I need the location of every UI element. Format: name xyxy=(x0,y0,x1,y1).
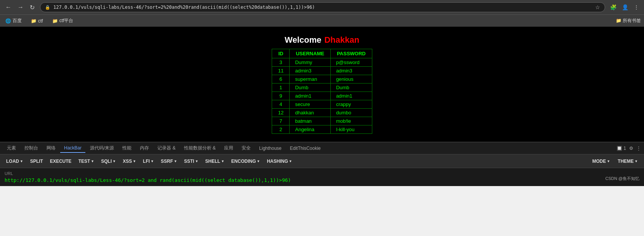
url-value[interactable]: http://127.0.0.1/vuls/sqli-labs/Less-46/… xyxy=(5,177,639,183)
hackbar-load-button[interactable]: LOAD ▼ xyxy=(3,157,26,165)
welcome-name: Dhakkan xyxy=(324,35,359,45)
cell-password: p@ssword xyxy=(330,58,372,66)
page-content: Welcome Dhakkan ID USERNAME PASSWORD 3Du… xyxy=(0,27,644,142)
bookmark-ctf[interactable]: 📁 ctf xyxy=(29,18,45,24)
cell-username: Angelina xyxy=(290,125,330,133)
results-table: ID USERNAME PASSWORD 3Dummyp@ssword11adm… xyxy=(272,49,372,134)
devtools-more-button[interactable]: ⋮ xyxy=(636,146,641,151)
star-icon[interactable]: ☆ xyxy=(595,4,600,10)
hackbar-hashing-button[interactable]: HASHING ▼ xyxy=(264,157,295,165)
table-row: 11admin3admin3 xyxy=(272,66,372,75)
browser-chrome: ← → ↻ 🔒 127.0.0.1/vuls/sqli-labs/Less-46… xyxy=(0,0,644,14)
menu-button[interactable]: ⋮ xyxy=(632,3,641,12)
hackbar-right-buttons: MODE ▼ THEME ▼ xyxy=(589,157,641,165)
cell-id: 2 xyxy=(272,125,290,133)
header-id: ID xyxy=(272,49,290,58)
cell-username: Dumb xyxy=(290,83,330,92)
hackbar-mode-button[interactable]: MODE ▼ xyxy=(589,157,613,165)
cell-password: admin1 xyxy=(330,92,372,100)
refresh-button[interactable]: ↻ xyxy=(27,2,37,13)
devtools-tab-lighthouse[interactable]: Lighthouse xyxy=(255,144,285,153)
devtools-tab-network[interactable]: 网络 xyxy=(43,143,59,153)
hackbar-ssrf-button[interactable]: SSRF ▼ xyxy=(158,157,180,165)
header-password: PASSWORD xyxy=(330,49,372,58)
hackbar-theme-button[interactable]: THEME ▼ xyxy=(615,157,641,165)
hackbar-shell-button[interactable]: SHELL ▼ xyxy=(202,157,227,165)
devtools-tab-application[interactable]: 应用 xyxy=(220,143,237,153)
table-row: 6supermangenious xyxy=(272,75,372,83)
table-row: 4securecrappy xyxy=(272,100,372,108)
csdn-label: CSDN @鱼不知忆 xyxy=(606,176,639,181)
cell-password: admin3 xyxy=(330,66,372,75)
welcome-label: Welcome xyxy=(285,35,321,45)
devtools-bar: 元素 控制台 网络 HackBar 源代码/来源 性能 内存 记录器 & 性能数… xyxy=(0,142,644,154)
hackbar-test-button[interactable]: TEST ▼ xyxy=(75,157,98,165)
cell-username: superman xyxy=(290,75,330,83)
cell-id: 7 xyxy=(272,117,290,125)
url-label: URL xyxy=(5,171,639,176)
devtools-tab-elements[interactable]: 元素 xyxy=(3,143,20,153)
cell-username: dhakkan xyxy=(290,108,330,117)
address-bar[interactable]: 🔒 127.0.0.1/vuls/sqli-labs/Less-46/?sort… xyxy=(40,2,605,12)
hackbar-split-button[interactable]: SPLIT xyxy=(27,157,46,165)
hackbar-toolbar: LOAD ▼ SPLIT EXECUTE TEST ▼ SQLI ▼ XSS ▼… xyxy=(0,154,644,168)
profile-button[interactable]: 👤 xyxy=(620,3,630,12)
extensions-button[interactable]: 🧩 xyxy=(608,3,618,12)
cell-id: 3 xyxy=(272,58,290,66)
nav-buttons: ← → ↻ xyxy=(3,2,37,13)
hackbar-execute-button[interactable]: EXECUTE xyxy=(47,157,75,165)
bookmark-ctf-platform[interactable]: 📁 ctf平台 xyxy=(50,17,76,25)
devtools-tab-performance[interactable]: 性能 xyxy=(119,143,135,153)
cell-id: 12 xyxy=(272,108,290,117)
table-row: 2AngelinaI-kill-you xyxy=(272,125,372,133)
lock-icon: 🔒 xyxy=(45,5,50,10)
cell-id: 11 xyxy=(272,66,290,75)
devtools-tab-perf-insights[interactable]: 性能数据分析 & xyxy=(180,143,219,153)
hackbar-sqli-button[interactable]: SQLI ▼ xyxy=(98,157,119,165)
forward-button[interactable]: → xyxy=(15,2,26,12)
all-bookmarks[interactable]: 📁 所有书签 xyxy=(616,18,641,24)
header-username: USERNAME xyxy=(290,49,330,58)
hackbar-xss-button[interactable]: XSS ▼ xyxy=(120,157,139,165)
cell-password: genious xyxy=(330,75,372,83)
devtools-tab-memory[interactable]: 内存 xyxy=(136,143,153,153)
devtools-right-actions: 🔲 1 ⚙ ⋮ xyxy=(617,146,641,151)
browser-actions: 🧩 👤 ⋮ xyxy=(608,3,641,12)
cell-username: admin3 xyxy=(290,66,330,75)
devtools-tab-recorder[interactable]: 记录器 & xyxy=(154,143,179,153)
cell-password: I-kill-you xyxy=(330,125,372,133)
devtools-tab-editthiscookie[interactable]: EditThisCookie xyxy=(286,144,325,153)
table-row: 3Dummyp@ssword xyxy=(272,58,372,66)
cell-username: admin1 xyxy=(290,92,330,100)
devtools-tab-console[interactable]: 控制台 xyxy=(21,143,42,153)
hackbar-lfi-button[interactable]: LFI ▼ xyxy=(140,157,157,165)
devtools-badge[interactable]: 🔲 1 xyxy=(617,146,626,151)
table-header-row: ID USERNAME PASSWORD xyxy=(272,49,372,58)
bookmarks-bar: 🌐 百度 📁 ctf 📁 ctf平台 📁 所有书签 xyxy=(0,14,644,27)
cell-password: crappy xyxy=(330,100,372,108)
cell-password: mob!le xyxy=(330,117,372,125)
table-row: 9admin1admin1 xyxy=(272,92,372,100)
devtools-tab-security[interactable]: 安全 xyxy=(238,143,255,153)
welcome-heading: Welcome Dhakkan xyxy=(285,35,359,45)
devtools-tab-hackbar[interactable]: HackBar xyxy=(60,144,85,153)
devtools-tab-source[interactable]: 源代码/来源 xyxy=(86,143,118,153)
cell-id: 9 xyxy=(272,92,290,100)
hackbar-encoding-button[interactable]: ENCODING ▼ xyxy=(228,157,263,165)
cell-id: 1 xyxy=(272,83,290,92)
table-row: 7batmanmob!le xyxy=(272,117,372,125)
hackbar-ssti-button[interactable]: SSTI ▼ xyxy=(181,157,202,165)
cell-username: Dummy xyxy=(290,58,330,66)
table-row: 12dhakkandumbo xyxy=(272,108,372,117)
cell-password: dumbo xyxy=(330,108,372,117)
cell-id: 6 xyxy=(272,75,290,83)
bookmark-baidu[interactable]: 🌐 百度 xyxy=(3,17,24,25)
cell-id: 4 xyxy=(272,100,290,108)
url-display: 127.0.0.1/vuls/sqli-labs/Less-46/?sort=2… xyxy=(53,5,315,10)
devtools-settings-button[interactable]: ⚙ xyxy=(629,146,633,151)
table-row: 1DumbDumb xyxy=(272,83,372,92)
cell-username: batman xyxy=(290,117,330,125)
cell-password: Dumb xyxy=(330,83,372,92)
back-button[interactable]: ← xyxy=(3,2,14,12)
cell-username: secure xyxy=(290,100,330,108)
